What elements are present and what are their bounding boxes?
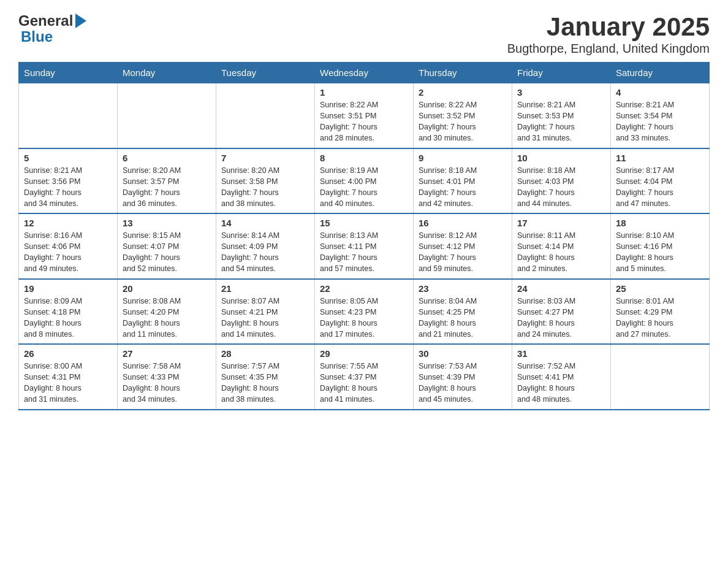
day-header-wednesday: Wednesday (315, 63, 414, 83)
calendar-cell: 18Sunrise: 8:10 AM Sunset: 4:16 PM Dayli… (611, 213, 710, 279)
day-number: 9 (419, 153, 507, 163)
day-number: 31 (517, 348, 605, 359)
day-info: Sunrise: 8:12 AM Sunset: 4:12 PM Dayligh… (419, 230, 507, 275)
day-number: 6 (123, 153, 211, 163)
calendar-cell: 29Sunrise: 7:55 AM Sunset: 4:37 PM Dayli… (315, 344, 414, 410)
day-number: 27 (123, 348, 211, 359)
day-header-monday: Monday (118, 63, 216, 83)
calendar-cell: 27Sunrise: 7:58 AM Sunset: 4:33 PM Dayli… (118, 344, 216, 410)
day-number: 13 (123, 218, 211, 228)
calendar-cell: 31Sunrise: 7:52 AM Sunset: 4:41 PM Dayli… (512, 344, 611, 410)
day-number: 10 (517, 153, 605, 163)
calendar-cell: 10Sunrise: 8:18 AM Sunset: 4:03 PM Dayli… (512, 148, 611, 214)
calendar-cell: 17Sunrise: 8:11 AM Sunset: 4:14 PM Dayli… (512, 213, 611, 279)
day-number: 24 (517, 283, 605, 294)
calendar-cell: 30Sunrise: 7:53 AM Sunset: 4:39 PM Dayli… (414, 344, 512, 410)
calendar-cell: 12Sunrise: 8:16 AM Sunset: 4:06 PM Dayli… (19, 213, 118, 279)
calendar-cell: 16Sunrise: 8:12 AM Sunset: 4:12 PM Dayli… (414, 213, 512, 279)
day-number: 29 (320, 348, 408, 359)
day-number: 7 (221, 153, 309, 163)
calendar-cell: 15Sunrise: 8:13 AM Sunset: 4:11 PM Dayli… (315, 213, 414, 279)
calendar-cell: 20Sunrise: 8:08 AM Sunset: 4:20 PM Dayli… (118, 279, 216, 345)
calendar-cell: 23Sunrise: 8:04 AM Sunset: 4:25 PM Dayli… (414, 279, 512, 345)
week-row-4: 19Sunrise: 8:09 AM Sunset: 4:18 PM Dayli… (19, 279, 710, 345)
logo-arrow-icon (75, 13, 86, 28)
day-info: Sunrise: 7:57 AM Sunset: 4:35 PM Dayligh… (221, 361, 309, 405)
day-info: Sunrise: 7:52 AM Sunset: 4:41 PM Dayligh… (517, 361, 605, 405)
calendar-header-row: SundayMondayTuesdayWednesdayThursdayFrid… (19, 63, 710, 83)
page-subtitle: Bugthorpe, England, United Kingdom (507, 42, 710, 56)
calendar-cell (611, 344, 710, 410)
day-info: Sunrise: 8:15 AM Sunset: 4:07 PM Dayligh… (123, 230, 211, 275)
day-header-thursday: Thursday (414, 63, 512, 83)
day-number: 2 (419, 87, 507, 98)
day-number: 1 (320, 87, 408, 98)
day-info: Sunrise: 8:07 AM Sunset: 4:21 PM Dayligh… (221, 296, 309, 340)
day-info: Sunrise: 8:16 AM Sunset: 4:06 PM Dayligh… (24, 230, 112, 275)
calendar-cell: 25Sunrise: 8:01 AM Sunset: 4:29 PM Dayli… (611, 279, 710, 345)
day-number: 22 (320, 283, 408, 294)
day-info: Sunrise: 8:10 AM Sunset: 4:16 PM Dayligh… (616, 230, 704, 275)
week-row-3: 12Sunrise: 8:16 AM Sunset: 4:06 PM Dayli… (19, 213, 710, 279)
day-number: 30 (419, 348, 507, 359)
day-number: 18 (616, 218, 704, 228)
day-info: Sunrise: 8:08 AM Sunset: 4:20 PM Dayligh… (123, 296, 211, 340)
day-number: 19 (24, 283, 112, 294)
calendar-cell: 13Sunrise: 8:15 AM Sunset: 4:07 PM Dayli… (118, 213, 216, 279)
day-number: 28 (221, 348, 309, 359)
calendar-cell: 19Sunrise: 8:09 AM Sunset: 4:18 PM Dayli… (19, 279, 118, 345)
day-info: Sunrise: 8:03 AM Sunset: 4:27 PM Dayligh… (517, 296, 605, 340)
day-info: Sunrise: 8:00 AM Sunset: 4:31 PM Dayligh… (24, 361, 112, 405)
day-number: 23 (419, 283, 507, 294)
day-number: 3 (517, 87, 605, 98)
day-number: 14 (221, 218, 309, 228)
day-number: 15 (320, 218, 408, 228)
day-info: Sunrise: 8:09 AM Sunset: 4:18 PM Dayligh… (24, 296, 112, 340)
calendar-cell: 11Sunrise: 8:17 AM Sunset: 4:04 PM Dayli… (611, 148, 710, 214)
calendar-cell: 1Sunrise: 8:22 AM Sunset: 3:51 PM Daylig… (315, 83, 414, 148)
day-number: 11 (616, 153, 704, 163)
day-info: Sunrise: 8:04 AM Sunset: 4:25 PM Dayligh… (419, 296, 507, 340)
title-area: January 2025 Bugthorpe, England, United … (507, 12, 710, 56)
day-header-saturday: Saturday (611, 63, 710, 83)
calendar-cell: 21Sunrise: 8:07 AM Sunset: 4:21 PM Dayli… (216, 279, 315, 345)
calendar-cell: 7Sunrise: 8:20 AM Sunset: 3:58 PM Daylig… (216, 148, 315, 214)
week-row-2: 5Sunrise: 8:21 AM Sunset: 3:56 PM Daylig… (19, 148, 710, 214)
day-info: Sunrise: 8:14 AM Sunset: 4:09 PM Dayligh… (221, 230, 309, 275)
calendar-cell: 4Sunrise: 8:21 AM Sunset: 3:54 PM Daylig… (611, 83, 710, 148)
week-row-1: 1Sunrise: 8:22 AM Sunset: 3:51 PM Daylig… (19, 83, 710, 148)
day-number: 26 (24, 348, 112, 359)
logo: General Blue (18, 12, 86, 45)
calendar-cell: 5Sunrise: 8:21 AM Sunset: 3:56 PM Daylig… (19, 148, 118, 214)
day-number: 5 (24, 153, 112, 163)
day-info: Sunrise: 8:22 AM Sunset: 3:52 PM Dayligh… (419, 99, 507, 144)
day-number: 4 (616, 87, 704, 98)
calendar-cell (19, 83, 118, 148)
day-number: 21 (221, 283, 309, 294)
calendar-cell: 8Sunrise: 8:19 AM Sunset: 4:00 PM Daylig… (315, 148, 414, 214)
calendar-cell: 6Sunrise: 8:20 AM Sunset: 3:57 PM Daylig… (118, 148, 216, 214)
logo-blue-text: Blue (21, 28, 53, 45)
day-number: 25 (616, 283, 704, 294)
calendar-table: SundayMondayTuesdayWednesdayThursdayFrid… (18, 62, 710, 410)
calendar-cell: 26Sunrise: 8:00 AM Sunset: 4:31 PM Dayli… (19, 344, 118, 410)
day-info: Sunrise: 8:22 AM Sunset: 3:51 PM Dayligh… (320, 99, 408, 144)
day-info: Sunrise: 8:13 AM Sunset: 4:11 PM Dayligh… (320, 230, 408, 275)
day-info: Sunrise: 8:21 AM Sunset: 3:54 PM Dayligh… (616, 99, 704, 144)
day-info: Sunrise: 7:58 AM Sunset: 4:33 PM Dayligh… (123, 361, 211, 405)
week-row-5: 26Sunrise: 8:00 AM Sunset: 4:31 PM Dayli… (19, 344, 710, 410)
calendar-cell: 9Sunrise: 8:18 AM Sunset: 4:01 PM Daylig… (414, 148, 512, 214)
day-number: 20 (123, 283, 211, 294)
day-number: 17 (517, 218, 605, 228)
day-info: Sunrise: 8:20 AM Sunset: 3:57 PM Dayligh… (123, 165, 211, 210)
day-info: Sunrise: 8:21 AM Sunset: 3:56 PM Dayligh… (24, 165, 112, 210)
day-info: Sunrise: 8:21 AM Sunset: 3:53 PM Dayligh… (517, 99, 605, 144)
day-info: Sunrise: 8:11 AM Sunset: 4:14 PM Dayligh… (517, 230, 605, 275)
day-header-friday: Friday (512, 63, 611, 83)
day-info: Sunrise: 8:18 AM Sunset: 4:01 PM Dayligh… (419, 165, 507, 210)
day-info: Sunrise: 7:55 AM Sunset: 4:37 PM Dayligh… (320, 361, 408, 405)
calendar-cell: 24Sunrise: 8:03 AM Sunset: 4:27 PM Dayli… (512, 279, 611, 345)
day-info: Sunrise: 8:17 AM Sunset: 4:04 PM Dayligh… (616, 165, 704, 210)
day-number: 16 (419, 218, 507, 228)
day-info: Sunrise: 8:18 AM Sunset: 4:03 PM Dayligh… (517, 165, 605, 210)
